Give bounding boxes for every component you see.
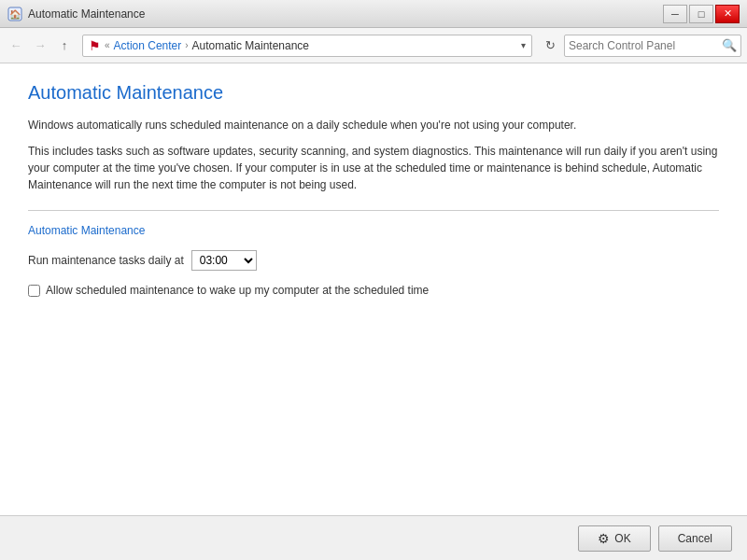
title-bar: 🏠 Automatic Maintenance ─ □ ✕ bbox=[0, 0, 747, 28]
maintenance-time-label: Run maintenance tasks daily at bbox=[28, 254, 184, 267]
breadcrumb: ⚑ « Action Center › Automatic Maintenanc… bbox=[82, 35, 532, 57]
breadcrumb-current: Automatic Maintenance bbox=[192, 39, 309, 52]
cancel-label: Cancel bbox=[678, 532, 712, 545]
window-controls: ─ □ ✕ bbox=[663, 5, 740, 23]
wake-checkbox-label[interactable]: Allow scheduled maintenance to wake up m… bbox=[46, 284, 429, 297]
main-content: Automatic Maintenance Windows automatica… bbox=[0, 63, 747, 515]
breadcrumb-sep1: « bbox=[105, 40, 110, 50]
description-text-2: This includes tasks such as software upd… bbox=[28, 143, 719, 193]
maximize-button[interactable]: □ bbox=[689, 5, 713, 23]
ok-icon: ⚙ bbox=[598, 531, 610, 546]
description-text-1: Windows automatically runs scheduled mai… bbox=[28, 117, 719, 133]
breadcrumb-dropdown-button[interactable]: ▾ bbox=[521, 40, 526, 50]
refresh-button[interactable]: ↻ bbox=[540, 35, 560, 56]
search-box: 🔍 bbox=[564, 35, 741, 57]
wake-checkbox-row: Allow scheduled maintenance to wake up m… bbox=[28, 284, 719, 297]
ok-button[interactable]: ⚙ OK bbox=[578, 525, 650, 552]
cancel-button[interactable]: Cancel bbox=[658, 525, 732, 552]
maintenance-time-row: Run maintenance tasks daily at 03:00 01:… bbox=[28, 250, 719, 271]
minimize-button[interactable]: ─ bbox=[663, 5, 687, 23]
breadcrumb-action-center-link[interactable]: Action Center bbox=[114, 39, 182, 52]
window-title: Automatic Maintenance bbox=[28, 7, 145, 21]
forward-button: → bbox=[30, 35, 50, 56]
time-select[interactable]: 03:00 01:00 02:00 04:00 05:00 06:00 bbox=[191, 250, 257, 271]
ok-label: OK bbox=[614, 532, 630, 545]
search-input[interactable] bbox=[569, 39, 722, 52]
window-icon: 🏠 bbox=[7, 7, 22, 21]
nav-bar: ← → ↑ ⚑ « Action Center › Automatic Main… bbox=[0, 28, 747, 63]
footer: ⚙ OK Cancel bbox=[0, 515, 747, 560]
search-icon[interactable]: 🔍 bbox=[722, 38, 737, 52]
page-title: Automatic Maintenance bbox=[28, 82, 719, 104]
breadcrumb-flag-icon: ⚑ bbox=[89, 38, 101, 53]
section-divider bbox=[28, 210, 719, 211]
wake-checkbox[interactable] bbox=[28, 285, 40, 297]
section-title: Automatic Maintenance bbox=[28, 224, 719, 237]
close-button[interactable]: ✕ bbox=[715, 5, 740, 23]
back-button: ← bbox=[6, 35, 26, 56]
breadcrumb-arrow: › bbox=[185, 40, 188, 50]
up-button[interactable]: ↑ bbox=[54, 35, 75, 56]
svg-text:🏠: 🏠 bbox=[9, 8, 21, 21]
